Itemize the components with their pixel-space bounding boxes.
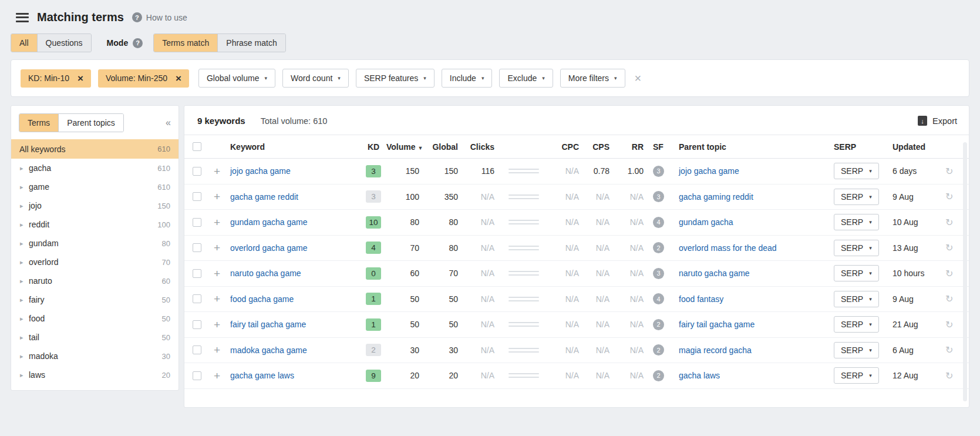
add-to-list-icon[interactable]: + — [214, 293, 220, 305]
parent-topic-link[interactable]: fairy tail gacha game — [679, 320, 755, 329]
sidebar-term-item[interactable]: ▸ tail 50 — [11, 328, 179, 347]
row-checkbox[interactable] — [193, 167, 201, 176]
keyword-link[interactable]: gundam gacha game — [230, 217, 308, 227]
parent-topic-link[interactable]: gacha gaming reddit — [679, 192, 753, 202]
expand-arrow-icon[interactable]: ▸ — [20, 371, 29, 379]
filter-chip[interactable]: Volume: Min-250 × — [98, 69, 189, 88]
clear-all-filters-icon[interactable]: × — [635, 72, 642, 85]
row-checkbox[interactable] — [193, 218, 201, 227]
remove-filter-icon[interactable]: × — [176, 73, 181, 83]
expand-arrow-icon[interactable]: ▸ — [20, 221, 29, 229]
sidebar-term-item[interactable]: ▸ reddit 100 — [11, 215, 179, 234]
export-button[interactable]: ↓ Export — [918, 116, 957, 126]
expand-arrow-icon[interactable]: ▸ — [20, 183, 29, 191]
serp-button[interactable]: SERP ▾ — [834, 265, 879, 281]
column-header-global[interactable]: Global — [429, 142, 467, 152]
expand-arrow-icon[interactable]: ▸ — [20, 277, 29, 285]
column-header-kd[interactable]: KD — [361, 142, 386, 152]
filter-dropdown-button[interactable]: More filters ▾ — [560, 69, 625, 88]
expand-arrow-icon[interactable]: ▸ — [20, 259, 29, 266]
keyword-link[interactable]: naruto gacha game — [230, 269, 301, 278]
add-to-list-icon[interactable]: + — [214, 216, 220, 229]
serp-button[interactable]: SERP ▾ — [834, 316, 879, 333]
row-checkbox[interactable] — [193, 371, 201, 380]
add-to-list-icon[interactable]: + — [214, 344, 220, 356]
how-to-use-link[interactable]: ? How to use — [132, 12, 187, 22]
filter-dropdown-button[interactable]: Include ▾ — [442, 69, 493, 88]
sidebar-term-item[interactable]: ▸ madoka 30 — [11, 347, 179, 365]
serp-button[interactable]: SERP ▾ — [834, 342, 879, 358]
add-to-list-icon[interactable]: + — [214, 242, 220, 254]
column-header-cpc[interactable]: CPC — [554, 142, 588, 152]
serp-button[interactable]: SERP ▾ — [834, 189, 879, 205]
keyword-link[interactable]: overlord gacha game — [230, 243, 308, 253]
add-to-list-icon[interactable]: + — [214, 165, 220, 177]
refresh-icon[interactable]: ↻ — [945, 320, 953, 330]
hamburger-menu-icon[interactable] — [16, 13, 29, 22]
refresh-icon[interactable]: ↻ — [945, 217, 953, 227]
mode-tab[interactable]: Phrase match — [218, 34, 285, 52]
scope-tab[interactable]: Questions — [38, 34, 91, 52]
column-header-cps[interactable]: CPS — [588, 142, 619, 152]
expand-arrow-icon[interactable]: ▸ — [20, 334, 29, 341]
row-checkbox[interactable] — [193, 192, 201, 201]
keyword-link[interactable]: gacha game reddit — [230, 192, 298, 202]
mode-tab[interactable]: Terms match — [154, 34, 218, 52]
sidebar-term-item[interactable]: ▸ gacha 610 — [11, 159, 179, 177]
mode-help-icon[interactable]: ? — [133, 38, 143, 48]
remove-filter-icon[interactable]: × — [78, 73, 83, 83]
expand-arrow-icon[interactable]: ▸ — [20, 202, 29, 210]
expand-arrow-icon[interactable]: ▸ — [20, 353, 29, 360]
row-checkbox[interactable] — [193, 243, 201, 252]
sidebar-term-item[interactable]: ▸ game 610 — [11, 177, 179, 196]
column-header-keyword[interactable]: Keyword — [230, 142, 361, 152]
serp-button[interactable]: SERP ▾ — [834, 367, 879, 384]
sidebar-tab[interactable]: Parent topics — [59, 114, 123, 132]
serp-button[interactable]: SERP ▾ — [834, 240, 879, 256]
keyword-link[interactable]: madoka gacha game — [230, 346, 307, 355]
serp-button[interactable]: SERP ▾ — [834, 163, 879, 179]
refresh-icon[interactable]: ↻ — [945, 294, 953, 304]
select-all-checkbox[interactable] — [193, 142, 201, 151]
refresh-icon[interactable]: ↻ — [945, 371, 953, 381]
scope-tab[interactable]: All — [11, 34, 38, 52]
sidebar-term-item[interactable]: ▸ fairy 50 — [11, 290, 179, 309]
keyword-link[interactable]: food gacha game — [230, 294, 294, 304]
column-header-parent-topic[interactable]: Parent topic — [679, 142, 834, 152]
sidebar-term-item[interactable]: ▸ jojo 150 — [11, 196, 179, 215]
add-to-list-icon[interactable]: + — [214, 318, 220, 331]
keyword-link[interactable]: gacha game laws — [230, 371, 294, 380]
row-checkbox[interactable] — [193, 320, 201, 329]
parent-topic-link[interactable]: gundam gacha — [679, 217, 733, 227]
expand-arrow-icon[interactable]: ▸ — [20, 240, 29, 247]
filter-chip[interactable]: KD: Min-10 × — [21, 69, 91, 88]
sidebar-term-item[interactable]: ▸ naruto 60 — [11, 271, 179, 290]
parent-topic-link[interactable]: gacha laws — [679, 371, 720, 380]
parent-topic-link[interactable]: jojo gacha game — [679, 166, 739, 176]
add-to-list-icon[interactable]: + — [214, 190, 220, 203]
serp-button[interactable]: SERP ▾ — [834, 214, 879, 230]
add-to-list-icon[interactable]: + — [214, 267, 220, 280]
filter-dropdown-button[interactable]: Word count ▾ — [282, 69, 349, 88]
sidebar-term-item[interactable]: ▸ food 50 — [11, 309, 179, 328]
expand-arrow-icon[interactable]: ▸ — [20, 315, 29, 323]
column-header-sf[interactable]: SF — [653, 142, 679, 152]
vertical-scrollbar[interactable] — [963, 142, 967, 401]
row-checkbox[interactable] — [193, 294, 201, 303]
keyword-link[interactable]: jojo gacha game — [230, 166, 291, 176]
filter-dropdown-button[interactable]: Exclude ▾ — [499, 69, 553, 88]
parent-topic-link[interactable]: food fantasy — [679, 294, 723, 304]
refresh-icon[interactable]: ↻ — [945, 269, 953, 279]
column-header-updated[interactable]: Updated — [893, 142, 945, 152]
column-header-clicks[interactable]: Clicks — [467, 142, 504, 152]
filter-dropdown-button[interactable]: Global volume ▾ — [198, 69, 275, 88]
sidebar-tab[interactable]: Terms — [19, 114, 59, 132]
sidebar-item-all-keywords[interactable]: All keywords 610 — [11, 139, 179, 159]
refresh-icon[interactable]: ↻ — [945, 192, 953, 202]
row-checkbox[interactable] — [193, 269, 201, 278]
column-header-volume[interactable]: Volume▼ — [386, 142, 429, 152]
filter-dropdown-button[interactable]: SERP features ▾ — [356, 69, 435, 88]
refresh-icon[interactable]: ↻ — [945, 243, 953, 253]
serp-button[interactable]: SERP ▾ — [834, 291, 879, 307]
sidebar-term-item[interactable]: ▸ laws 20 — [11, 365, 179, 384]
